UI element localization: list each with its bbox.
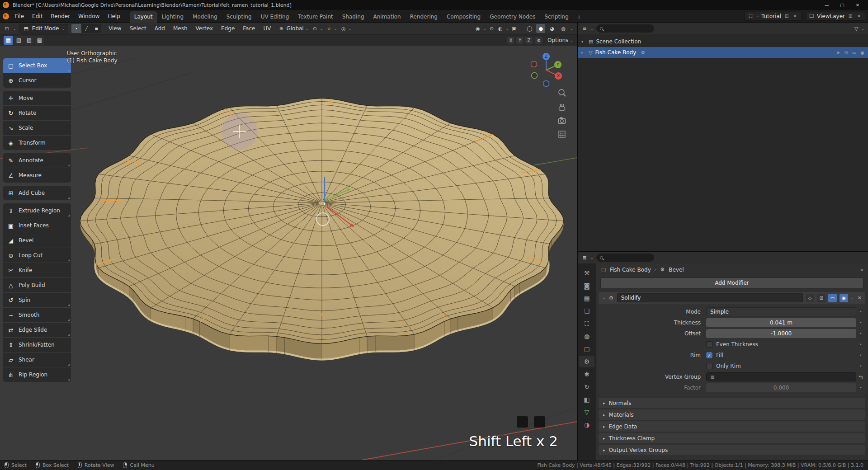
tool-scale[interactable]: ↘Scale <box>3 121 71 135</box>
scene-dropdown-icon[interactable]: ⌄ <box>756 14 759 18</box>
properties-tab-particles[interactable]: ✱ <box>579 368 594 380</box>
new-view-layer-icon[interactable]: ⊞ <box>847 13 854 20</box>
viewport-menu-select[interactable]: Select <box>126 24 151 33</box>
only-rim-checkbox[interactable] <box>706 363 712 369</box>
add-workspace-button[interactable]: + <box>573 12 585 23</box>
offset-field[interactable]: -1.0000 <box>706 329 856 338</box>
properties-tab-object[interactable]: ▢ <box>579 343 594 355</box>
vertex-group-field[interactable]: ▦ <box>706 372 856 381</box>
tool-spin[interactable]: ↺Spin <box>3 293 71 307</box>
filter-icon[interactable]: ▽ <box>853 25 859 32</box>
modifier-name-field[interactable]: Solidify <box>617 293 803 302</box>
tool-annotate[interactable]: ✎Annotate <box>3 153 71 168</box>
transform-orientation-dropdown[interactable]: ⊕ Global ⌄ <box>278 25 308 32</box>
outliner-search-input[interactable] <box>606 26 651 32</box>
tool-bevel[interactable]: ◢Bevel <box>3 233 71 248</box>
subpanel-thickness-clamp[interactable]: ▸Thickness Clamp <box>599 433 865 443</box>
invert-vertex-group-icon[interactable]: ⇆ <box>856 374 865 380</box>
fill-checkbox[interactable]: ✓ <box>706 352 712 358</box>
properties-search-input[interactable] <box>606 255 651 261</box>
outliner-search[interactable] <box>596 24 654 33</box>
properties-tab-tool[interactable]: ⚒ <box>579 267 594 279</box>
properties-tab-view-layer[interactable]: ❏ <box>579 305 594 317</box>
display-realtime-toggle[interactable]: ▭ <box>828 294 837 302</box>
collapse-icon[interactable]: ▾ <box>581 40 586 44</box>
properties-tab-material[interactable]: ◑ <box>579 419 594 431</box>
tool-cursor[interactable]: ⊕Cursor <box>3 73 71 88</box>
outliner-row-scene-collection[interactable]: ▾ ▤ Scene Collection <box>578 36 868 47</box>
modifier-extras-icon[interactable]: ⌄ <box>851 296 854 300</box>
xray-toggle-icon[interactable]: ▣ <box>511 25 517 32</box>
app-menu-icon[interactable] <box>3 13 9 19</box>
edge-select-button[interactable]: ╱ <box>81 24 91 33</box>
properties-tab-output[interactable]: ▤ <box>579 292 594 304</box>
animate-dot-icon[interactable]: • <box>856 364 865 368</box>
menu-window[interactable]: Window <box>74 12 104 21</box>
tool-shrink-fatten[interactable]: ⇕Shrink/Fatten <box>3 338 71 352</box>
properties-tab-world[interactable]: ◍ <box>579 330 594 342</box>
restrict-select-icon[interactable]: ➤ <box>836 50 840 55</box>
viewport-menu-mesh[interactable]: Mesh <box>169 24 192 33</box>
pin-icon[interactable]: ⌖ <box>860 267 863 273</box>
minimize-button[interactable]: — <box>819 0 835 10</box>
menu-edit[interactable]: Edit <box>28 12 47 21</box>
tool-add-cube[interactable]: ⊞Add Cube <box>3 186 71 200</box>
view-layer-selector[interactable]: ❏ ViewLayer ⊞ ✕ <box>805 12 865 21</box>
tool-shear[interactable]: ▱Shear <box>3 352 71 367</box>
workspace-tab-rendering[interactable]: Rendering <box>406 11 442 23</box>
workspace-tab-texture-paint[interactable]: Texture Paint <box>293 11 337 23</box>
maximize-button[interactable]: ▢ <box>835 0 850 10</box>
properties-editor-chevron-icon[interactable]: ⌄ <box>590 256 594 260</box>
mirror-x-toggle[interactable]: X <box>507 36 515 44</box>
workspace-tab-modeling[interactable]: Modeling <box>188 11 222 23</box>
properties-tab-constraints[interactable]: ◧ <box>579 394 594 405</box>
animate-dot-icon[interactable]: • <box>856 353 865 357</box>
filter-chevron-icon[interactable]: ⌄ <box>861 27 864 31</box>
animate-dot-icon[interactable]: • <box>856 310 865 314</box>
tool-extrude-region[interactable]: ⇧Extrude Region <box>3 203 71 218</box>
tool-options-dropdown[interactable]: Options ⌄ <box>547 37 573 43</box>
workspace-tab-shading[interactable]: Shading <box>338 11 369 23</box>
subpanel-normals[interactable]: ▸Normals <box>599 398 865 408</box>
tool-edge-slide[interactable]: ⇄Edge Slide <box>3 323 71 337</box>
face-select-button[interactable]: ◼ <box>91 24 101 33</box>
factor-field[interactable]: 0.000 <box>706 383 856 392</box>
proportional-editing-dropdown[interactable]: ◎ ⌄ <box>340 25 352 32</box>
solidify-mode-dropdown[interactable]: Simple <box>706 307 856 316</box>
select-mode-option-1[interactable]: ▧ <box>14 36 24 45</box>
viewport-menu-view[interactable]: View <box>104 24 125 33</box>
tool-smooth[interactable]: ∼Smooth <box>3 308 71 322</box>
workspace-tab-compositing[interactable]: Compositing <box>442 11 485 23</box>
snap-dropdown[interactable]: ∪ ⌄ <box>326 25 337 32</box>
display-render-toggle[interactable]: ◉ <box>840 294 848 302</box>
thickness-field[interactable]: 0.041 m <box>706 318 856 327</box>
expand-icon[interactable]: ▸ <box>581 51 586 55</box>
select-mode-option-3[interactable]: ▩ <box>35 36 44 45</box>
workspace-tab-layout[interactable]: Layout <box>130 11 157 23</box>
properties-tab-physics[interactable]: ↻ <box>579 381 594 393</box>
close-button[interactable]: ✕ <box>850 0 865 10</box>
vertex-select-button[interactable]: ∙ <box>71 24 81 33</box>
visibility-chevron-icon[interactable]: ⌄ <box>483 27 486 31</box>
breadcrumb-object[interactable]: Fish Cake Body <box>610 267 651 273</box>
properties-tab-modifiers[interactable]: ⚙ <box>579 356 594 367</box>
remove-view-layer-icon[interactable]: ✕ <box>856 13 862 20</box>
subpanel-edge-data[interactable]: ▸Edge Data <box>599 421 865 432</box>
scene-selector[interactable]: ⛶ ⌄ Tutorial ⊞ ✕ <box>744 12 802 21</box>
menu-render[interactable]: Render <box>47 12 74 21</box>
tool-transform[interactable]: ◈Transform <box>3 136 71 150</box>
select-mode-option-0[interactable]: ▦ <box>4 36 13 45</box>
tool-move[interactable]: ✛Move <box>3 91 71 105</box>
subpanel-materials[interactable]: ▸Materials <box>599 409 865 420</box>
tool-loop-cut[interactable]: ⊜Loop Cut <box>3 248 71 263</box>
overlays-toggle-icon[interactable]: ◐ <box>497 25 504 32</box>
object-visibility-icon[interactable]: ◉ <box>475 25 481 32</box>
shading-wireframe-button[interactable]: ◯ <box>525 24 534 33</box>
properties-tab-scene[interactable]: ⛶ <box>579 318 594 329</box>
workspace-tab-scripting[interactable]: Scripting <box>540 11 573 23</box>
workspace-tab-geometry-nodes[interactable]: Geometry Nodes <box>485 11 540 23</box>
tool-measure[interactable]: ∠Measure <box>3 168 71 183</box>
tool-knife[interactable]: ✂Knife <box>3 263 71 277</box>
gizmos-toggle-icon[interactable]: ⊙ <box>489 25 495 32</box>
mirror-z-toggle[interactable]: Z <box>525 36 533 44</box>
